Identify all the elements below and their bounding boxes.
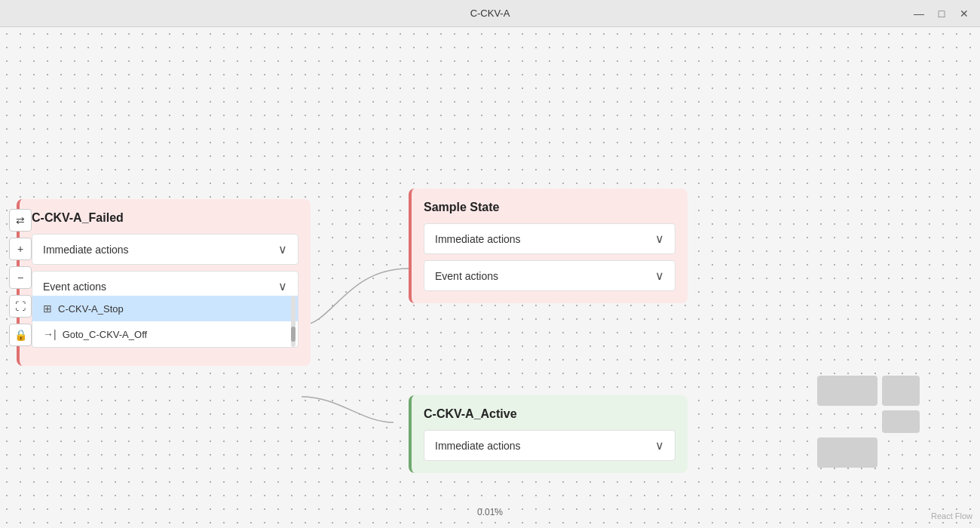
failed-immediate-actions-dropdown[interactable]: Immediate actions ∨ <box>32 234 299 265</box>
placeholder-3 <box>882 410 920 433</box>
maximize-button[interactable]: □ <box>935 7 948 20</box>
sample-event-actions-label: Event actions <box>435 270 498 282</box>
transform-tool-button[interactable]: ⇄ <box>9 209 32 232</box>
failed-immediate-actions-chevron: ∨ <box>278 242 287 256</box>
title-bar: C-CKV-A — □ ✕ <box>0 0 980 27</box>
stop-icon: ⊞ <box>43 302 52 315</box>
sample-immediate-actions-dropdown[interactable]: Immediate actions ∨ <box>424 223 675 254</box>
sample-state-node: Sample State Immediate actions ∨ Event a… <box>409 189 688 303</box>
submenu-scrollbar-thumb <box>291 327 296 342</box>
failed-event-actions-label: Event actions <box>43 281 106 293</box>
failed-immediate-actions-label: Immediate actions <box>43 244 129 256</box>
minimize-button[interactable]: — <box>912 7 926 20</box>
sample-state-title: Sample State <box>424 201 675 214</box>
zoom-out-button[interactable]: − <box>9 266 32 289</box>
active-immediate-actions-dropdown[interactable]: Immediate actions ∨ <box>424 430 675 461</box>
failed-node-title: C-CKV-A_Failed <box>32 211 299 225</box>
close-button[interactable]: ✕ <box>957 7 971 20</box>
submenu-scrollbar[interactable] <box>291 296 296 347</box>
minus-icon: − <box>17 272 23 284</box>
failed-event-actions-chevron: ∨ <box>278 279 287 293</box>
placeholder-1 <box>817 376 877 406</box>
sub-item-goto-label: Goto_C-CKV-A_Off <box>63 329 147 340</box>
window-controls: — □ ✕ <box>912 7 971 20</box>
react-flow-watermark: React Flow <box>931 511 972 520</box>
active-node-title: C-CKV-A_Active <box>424 407 675 421</box>
failed-state-node: C-CKV-A_Failed Immediate actions ∨ Event… <box>17 199 311 366</box>
zoom-value: 0.01% <box>477 507 503 517</box>
active-immediate-actions-label: Immediate actions <box>435 440 521 452</box>
fit-view-button[interactable]: ⛶ <box>9 295 32 318</box>
left-toolbar: ⇄ + − ⛶ 🔒 <box>9 209 32 346</box>
plus-icon: + <box>17 243 23 255</box>
flow-canvas[interactable]: ⇄ + − ⛶ 🔒 C-CKV-A_Failed Immediate actio… <box>0 27 980 528</box>
sub-item-goto[interactable]: →| Goto_C-CKV-A_Off <box>32 321 298 347</box>
sample-event-actions-dropdown[interactable]: Event actions ∨ <box>424 260 675 291</box>
lock-icon: 🔒 <box>14 329 27 341</box>
transform-icon: ⇄ <box>16 214 25 226</box>
placeholder-4 <box>817 437 877 468</box>
sub-item-stop[interactable]: ⊞ C-CKV-A_Stop <box>32 296 298 321</box>
active-state-node: C-CKV-A_Active Immediate actions ∨ <box>409 395 688 473</box>
sample-event-chevron: ∨ <box>655 269 664 283</box>
zoom-in-button[interactable]: + <box>9 238 32 260</box>
placeholder-blocks <box>817 376 920 468</box>
sub-item-stop-label: C-CKV-A_Stop <box>58 303 124 315</box>
failed-event-actions-submenu: ⊞ C-CKV-A_Stop →| Goto_C-CKV-A_Off <box>32 296 299 348</box>
zoom-indicator: 0.01% <box>477 507 503 517</box>
goto-icon: →| <box>43 328 57 340</box>
active-immediate-chevron: ∨ <box>655 438 664 453</box>
fit-icon: ⛶ <box>15 300 26 312</box>
placeholder-2 <box>882 376 920 406</box>
sample-immediate-actions-label: Immediate actions <box>435 233 521 245</box>
lock-button[interactable]: 🔒 <box>9 324 32 346</box>
window-title: C-CKV-A <box>470 8 510 19</box>
sample-immediate-chevron: ∨ <box>655 232 664 246</box>
